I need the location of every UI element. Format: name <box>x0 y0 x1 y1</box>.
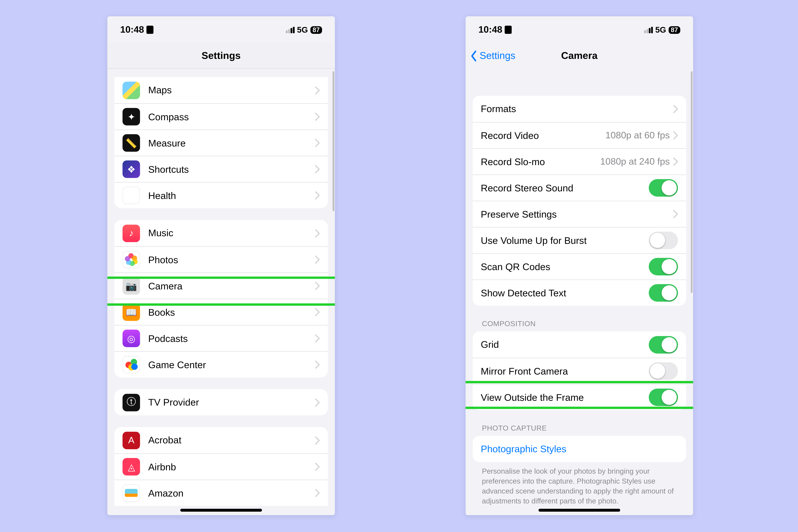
health-icon: ♥ <box>122 187 140 204</box>
page-title: Settings <box>202 50 241 61</box>
chevron-right-icon <box>315 334 320 342</box>
chevron-right-icon <box>315 489 320 497</box>
row-label: Mirror Front Camera <box>481 365 649 377</box>
settings-row-camera[interactable]: 📷Camera <box>114 272 328 299</box>
toggle-record-stereo[interactable] <box>649 179 678 197</box>
settings-row-podcasts[interactable]: ◎Podcasts <box>114 325 328 351</box>
setting-preserve-settings[interactable]: Preserve Settings <box>473 201 686 227</box>
toggle-scan-qr[interactable] <box>649 258 678 276</box>
home-indicator <box>180 509 262 512</box>
settings-list[interactable]: Maps✦Compass📏Measure❖Shortcuts♥Health ♪M… <box>107 69 335 515</box>
row-label: Use Volume Up for Burst <box>481 235 649 246</box>
settings-row-tv-provider[interactable]: ⓣTV Provider <box>114 389 328 415</box>
podcasts-icon: ◎ <box>122 330 140 347</box>
acrobat-icon: A <box>122 432 140 449</box>
setting-volume-burst[interactable]: Use Volume Up for Burst <box>473 227 686 253</box>
home-indicator <box>538 509 620 512</box>
setting-formats[interactable]: Formats <box>473 96 686 122</box>
chevron-right-icon <box>315 113 320 121</box>
row-label: Camera <box>148 280 315 291</box>
chevron-right-icon <box>315 86 320 94</box>
chevron-right-icon <box>315 398 320 406</box>
camera-settings-list[interactable]: FormatsRecord Video1080p at 60 fpsRecord… <box>466 69 693 515</box>
section-header-photo-capture: Photo Capture <box>482 424 677 432</box>
section-header-composition: Composition <box>482 320 677 328</box>
settings-row-health[interactable]: ♥Health <box>114 182 328 208</box>
status-time: 10:48 <box>120 24 144 35</box>
chevron-right-icon <box>673 131 678 139</box>
nav-bar: Settings Camera <box>466 43 693 69</box>
chevron-right-icon <box>315 308 320 316</box>
focus-indicator-icon <box>147 26 153 34</box>
setting-record-stereo[interactable]: Record Stereo Sound <box>473 174 686 201</box>
row-label: View Outside the Frame <box>481 392 649 403</box>
setting-view-outside[interactable]: View Outside the Frame <box>473 384 686 410</box>
settings-row-game-center[interactable]: Game Center <box>114 351 328 378</box>
setting-record-video[interactable]: Record Video1080p at 60 fps <box>473 122 686 148</box>
row-label: Record Stereo Sound <box>481 182 649 193</box>
toggle-grid[interactable] <box>649 336 678 353</box>
setting-detected-text[interactable]: Show Detected Text <box>473 280 686 306</box>
cellular-signal-icon <box>286 26 294 33</box>
camera-icon: 📷 <box>122 277 140 295</box>
setting-mirror-front[interactable]: Mirror Front Camera <box>473 358 686 384</box>
music-icon: ♪ <box>122 224 140 242</box>
airbnb-icon: ◬ <box>122 458 140 476</box>
row-label: Game Center <box>148 359 315 370</box>
back-button[interactable]: Settings <box>470 43 515 69</box>
settings-row-maps[interactable]: Maps <box>114 77 328 103</box>
section-footer-photo-capture: Personalise the look of your photos by b… <box>482 467 677 506</box>
setting-scan-qr[interactable]: Scan QR Codes <box>473 253 686 280</box>
setting-photographic-styles[interactable]: Photographic Styles <box>473 436 686 462</box>
battery-icon: 87 <box>668 26 680 34</box>
row-label: Health <box>148 190 315 201</box>
game-center-icon <box>122 356 140 374</box>
row-label: Books <box>148 307 315 318</box>
settings-row-shortcuts[interactable]: ❖Shortcuts <box>114 156 328 182</box>
cellular-signal-icon <box>644 26 653 33</box>
chevron-right-icon <box>673 105 678 113</box>
row-label: TV Provider <box>148 397 315 408</box>
settings-row-measure[interactable]: 📏Measure <box>114 130 328 156</box>
books-icon: 📖 <box>122 303 140 321</box>
row-label: Airbnb <box>148 461 315 472</box>
page-title: Camera <box>561 50 597 62</box>
row-label: Formats <box>481 103 673 114</box>
measure-icon: 📏 <box>122 134 140 152</box>
shortcuts-icon: ❖ <box>122 160 140 178</box>
settings-row-books[interactable]: 📖Books <box>114 299 328 325</box>
amazon-icon <box>122 484 140 502</box>
chevron-right-icon <box>673 157 678 166</box>
chevron-left-icon <box>470 50 477 62</box>
settings-row-airbnb[interactable]: ◬Airbnb <box>114 453 328 479</box>
network-label: 5G <box>655 25 666 34</box>
chevron-right-icon <box>315 191 320 200</box>
setting-record-slomo[interactable]: Record Slo-mo1080p at 240 fps <box>473 148 686 174</box>
toggle-mirror-front[interactable] <box>649 362 678 380</box>
chevron-right-icon <box>673 210 678 218</box>
chevron-right-icon <box>315 463 320 471</box>
row-label: Show Detected Text <box>481 287 649 299</box>
network-label: 5G <box>297 25 308 34</box>
tv-provider-icon: ⓣ <box>122 394 140 411</box>
settings-row-compass[interactable]: ✦Compass <box>114 103 328 130</box>
row-label: Photographic Styles <box>481 443 678 455</box>
screenshot-settings: 10:48 5G 87 Settings Maps✦Compass📏Measur… <box>107 16 335 515</box>
focus-indicator-icon <box>505 26 512 34</box>
status-bar: 10:48 5G 87 <box>466 16 693 43</box>
chevron-right-icon <box>315 139 320 147</box>
setting-grid[interactable]: Grid <box>473 331 686 358</box>
settings-row-acrobat[interactable]: AAcrobat <box>114 427 328 453</box>
compass-icon: ✦ <box>122 108 140 126</box>
settings-row-music[interactable]: ♪Music <box>114 220 328 246</box>
nav-bar: Settings <box>107 43 335 69</box>
toggle-detected-text[interactable] <box>649 284 678 302</box>
toggle-view-outside[interactable] <box>649 388 678 406</box>
row-label: Photos <box>148 254 315 265</box>
settings-row-photos[interactable]: Photos <box>114 246 328 272</box>
toggle-volume-burst[interactable] <box>649 232 678 249</box>
row-label: Amazon <box>148 488 315 499</box>
chevron-right-icon <box>315 255 320 264</box>
settings-row-amazon[interactable]: Amazon <box>114 479 328 506</box>
row-label: Music <box>148 228 315 239</box>
